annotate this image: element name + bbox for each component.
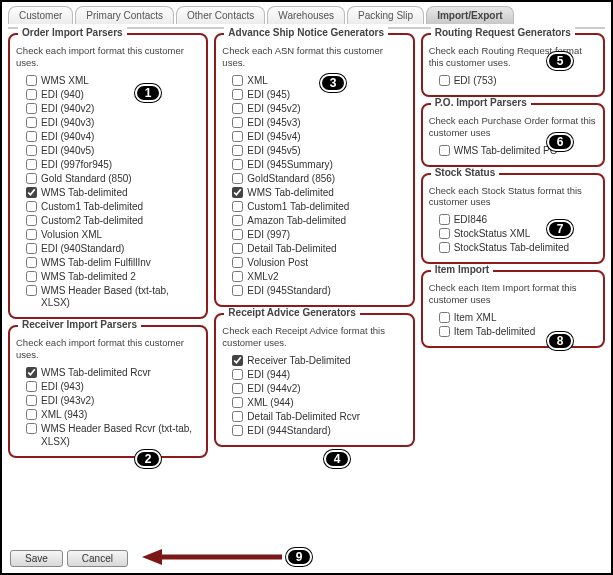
option-row: WMS Tab-delimited 2 [26, 271, 200, 284]
option-checkbox[interactable] [26, 409, 37, 420]
option-checkbox[interactable] [232, 397, 243, 408]
option-row: GoldStandard (856) [232, 173, 406, 186]
option-label: XML (944) [247, 397, 293, 410]
option-checkbox[interactable] [26, 187, 37, 198]
option-checkbox[interactable] [26, 173, 37, 184]
option-checkbox[interactable] [439, 312, 450, 323]
option-checkbox[interactable] [232, 425, 243, 436]
option-row: WMS Tab-delimited [232, 187, 406, 200]
option-label: EDI (940Standard) [41, 243, 124, 256]
option-row: Amazon Tab-delimited [232, 215, 406, 228]
option-checkbox[interactable] [26, 75, 37, 86]
option-checkbox[interactable] [26, 423, 37, 434]
option-row: Detail Tab-Delimited Rcvr [232, 411, 406, 424]
option-checkbox[interactable] [232, 369, 243, 380]
option-checkbox[interactable] [232, 271, 243, 282]
option-row: EDI (940v4) [26, 131, 200, 144]
option-row: WMS Tab-delimited PO [439, 145, 597, 158]
panel-receiver-import: Receiver Import Parsers Check each impor… [8, 325, 208, 457]
callout-marker: 4 [324, 450, 350, 468]
option-checkbox[interactable] [26, 89, 37, 100]
panel-title: Stock Status [431, 167, 500, 178]
option-checkbox[interactable] [439, 228, 450, 239]
option-checkbox[interactable] [26, 201, 37, 212]
option-checkbox[interactable] [232, 187, 243, 198]
option-checkbox[interactable] [26, 131, 37, 142]
tab-warehouses[interactable]: Warehouses [267, 6, 345, 24]
tab-bar: CustomerPrimary ContactsOther ContactsWa… [8, 6, 605, 24]
option-row: EDI (997for945) [26, 159, 200, 172]
option-label: EDI (944) [247, 369, 290, 382]
option-checkbox[interactable] [232, 355, 243, 366]
option-checkbox[interactable] [232, 145, 243, 156]
option-row: StockStatus XML [439, 228, 597, 241]
option-row: EDI (944) [232, 369, 406, 382]
option-checkbox[interactable] [232, 215, 243, 226]
tab-primary-contacts[interactable]: Primary Contacts [75, 6, 174, 24]
panel-title: Order Import Parsers [18, 27, 127, 38]
option-checkbox[interactable] [232, 89, 243, 100]
option-checkbox[interactable] [439, 75, 450, 86]
cancel-button[interactable]: Cancel [67, 550, 128, 567]
save-button[interactable]: Save [10, 550, 63, 567]
option-label: WMS Tab-delimited [41, 187, 128, 200]
option-checkbox[interactable] [232, 159, 243, 170]
option-label: EDI (940v4) [41, 131, 94, 144]
option-checkbox[interactable] [26, 215, 37, 226]
panel-receipt-advice: Receipt Advice Generators Check each Rec… [214, 313, 414, 447]
option-row: EDI (940Standard) [26, 243, 200, 256]
option-checkbox[interactable] [232, 173, 243, 184]
option-row: WMS Tab-delim FulfillInv [26, 257, 200, 270]
option-row: Custom2 Tab-delimited [26, 215, 200, 228]
option-label: Detail Tab-Delimited [247, 243, 336, 256]
option-checkbox[interactable] [26, 117, 37, 128]
tab-other-contacts[interactable]: Other Contacts [176, 6, 265, 24]
option-row: EDI (940v3) [26, 117, 200, 130]
option-label: StockStatus Tab-delimited [454, 242, 569, 255]
option-checkbox[interactable] [26, 395, 37, 406]
option-checkbox[interactable] [26, 285, 37, 296]
tab-customer[interactable]: Customer [8, 6, 73, 24]
callout-marker: 5 [547, 52, 573, 70]
option-checkbox[interactable] [232, 257, 243, 268]
panel-stock-status: Stock Status Check each Stock Status for… [421, 173, 605, 265]
option-checkbox[interactable] [26, 271, 37, 282]
option-label: Custom1 Tab-delimited [247, 201, 349, 214]
option-checkbox[interactable] [232, 243, 243, 254]
option-checkbox[interactable] [26, 159, 37, 170]
option-list: Receiver Tab-DelimitedEDI (944)EDI (944v… [222, 355, 406, 438]
option-checkbox[interactable] [232, 117, 243, 128]
option-checkbox[interactable] [439, 145, 450, 156]
option-checkbox[interactable] [439, 326, 450, 337]
option-checkbox[interactable] [232, 411, 243, 422]
option-label: WMS Header Based Rcvr (txt-tab, XLSX) [41, 423, 200, 448]
option-row: WMS Header Based Rcvr (txt-tab, XLSX) [26, 423, 200, 448]
tab-import-export[interactable]: Import/Export [426, 6, 514, 24]
option-label: WMS Tab-delim FulfillInv [41, 257, 151, 270]
option-checkbox[interactable] [26, 257, 37, 268]
option-checkbox[interactable] [26, 145, 37, 156]
tab-packing-slip[interactable]: Packing Slip [347, 6, 424, 24]
option-checkbox[interactable] [232, 131, 243, 142]
option-checkbox[interactable] [232, 75, 243, 86]
option-row: XMLv2 [232, 271, 406, 284]
option-row: Gold Standard (850) [26, 173, 200, 186]
option-checkbox[interactable] [26, 103, 37, 114]
option-checkbox[interactable] [232, 383, 243, 394]
option-checkbox[interactable] [439, 242, 450, 253]
option-row: XML (944) [232, 397, 406, 410]
option-checkbox[interactable] [232, 285, 243, 296]
option-checkbox[interactable] [439, 214, 450, 225]
option-checkbox[interactable] [26, 381, 37, 392]
option-row: Item XML [439, 312, 597, 325]
option-row: EDI (944Standard) [232, 425, 406, 438]
option-checkbox[interactable] [26, 243, 37, 254]
option-checkbox[interactable] [26, 367, 37, 378]
option-checkbox[interactable] [232, 201, 243, 212]
option-label: Receiver Tab-Delimited [247, 355, 350, 368]
option-row: EDI (997) [232, 229, 406, 242]
option-checkbox[interactable] [232, 229, 243, 240]
option-label: EDI (943) [41, 381, 84, 394]
option-checkbox[interactable] [26, 229, 37, 240]
option-checkbox[interactable] [232, 103, 243, 114]
